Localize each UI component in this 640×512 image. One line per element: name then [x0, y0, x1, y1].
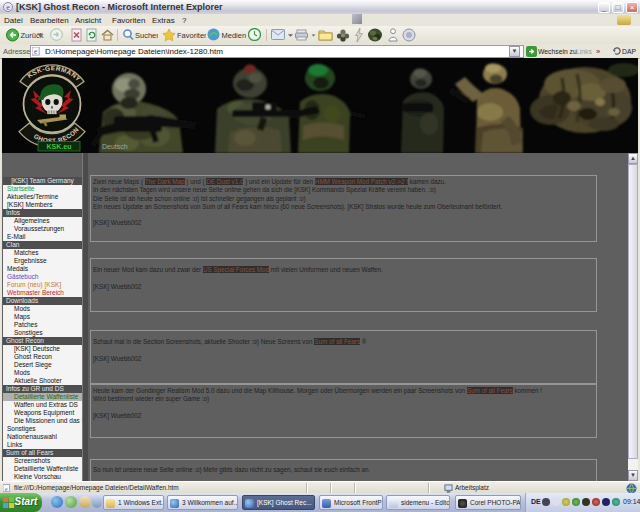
svg-text:e: e — [5, 485, 8, 492]
svg-text:Medien: Medien — [222, 31, 247, 40]
svg-text:Suchen: Suchen — [135, 31, 158, 40]
svg-text:Favoriten: Favoriten — [177, 31, 206, 40]
svg-text:Deutsch: Deutsch — [102, 143, 128, 150]
svg-text:KSK.eu: KSK.eu — [47, 143, 72, 150]
svg-text:e: e — [34, 48, 37, 56]
svg-text:e: e — [6, 3, 10, 12]
